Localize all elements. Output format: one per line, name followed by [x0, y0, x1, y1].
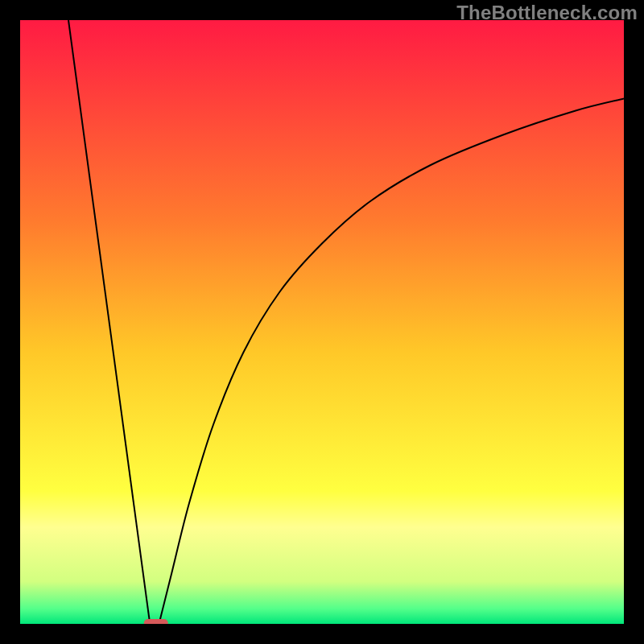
optimal-marker: [144, 619, 168, 624]
plot-background: [20, 20, 624, 624]
chart-figure: TheBottleneck.com: [0, 0, 644, 644]
plot-area: [20, 20, 624, 624]
watermark-label: TheBottleneck.com: [456, 2, 638, 24]
